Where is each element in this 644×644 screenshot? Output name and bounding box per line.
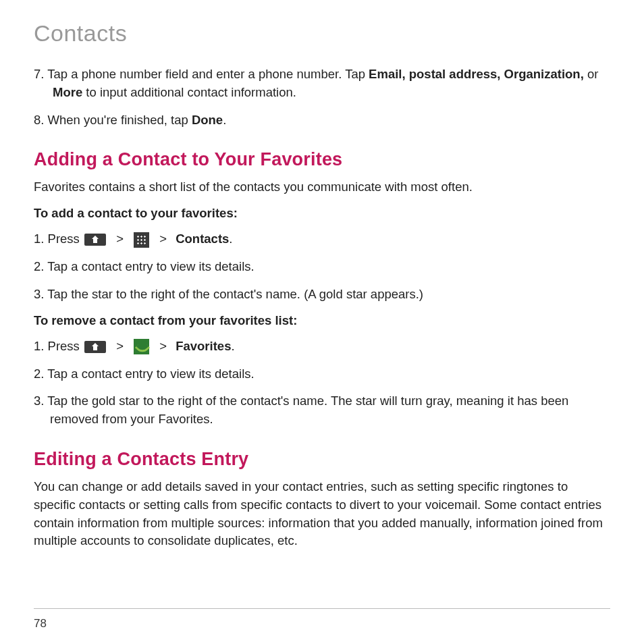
subheading-remove: To remove a contact from your favorites … xyxy=(34,313,610,328)
add-step-3: 3. Tap the star to the right of the cont… xyxy=(34,286,610,304)
intro-editing: You can change or add details saved in y… xyxy=(34,478,610,550)
apps-grid-icon xyxy=(134,232,149,248)
heading-adding-favorites: Adding a Contact to Your Favorites xyxy=(34,149,610,170)
page-divider xyxy=(34,608,610,609)
add-step-1: 1. Press > > Contacts. xyxy=(34,230,610,248)
step-7-bold-2: More xyxy=(53,85,82,99)
add-step-1-text-a: 1. Press xyxy=(34,232,83,246)
remove-step-1: 1. Press > > Favorites. xyxy=(34,338,610,356)
step-8: 8. When you're finished, tap Done. xyxy=(34,111,610,130)
step-7-text-c: or xyxy=(584,67,599,81)
phone-icon xyxy=(134,339,149,354)
remove-step-1-bold: Favorites xyxy=(176,339,231,353)
add-step-1-bold: Contacts xyxy=(176,232,229,246)
remove-step-3: 3. Tap the gold star to the right of the… xyxy=(34,392,610,429)
subheading-add: To add a contact to your favorites: xyxy=(34,206,610,221)
step-7: 7. Tap a phone number field and enter a … xyxy=(34,65,610,102)
step-8-bold: Done xyxy=(192,113,223,127)
heading-editing: Editing a Contacts Entry xyxy=(34,449,610,470)
add-step-2: 2. Tap a contact entry to view its detai… xyxy=(34,258,610,276)
step-7-text-d: to input additional contact information. xyxy=(82,85,296,99)
remove-step-1-text-a: 1. Press xyxy=(34,339,83,353)
intro-favorites: Favorites contains a short list of the c… xyxy=(34,178,610,196)
home-icon-2 xyxy=(84,341,106,353)
step-7-text-a: 7. Tap a phone number field and enter a … xyxy=(34,67,369,81)
chevron-right-4: > xyxy=(156,339,170,353)
home-icon xyxy=(84,234,106,246)
step-8-text-a: 8. When you're finished, tap xyxy=(34,113,192,127)
remove-step-2: 2. Tap a contact entry to view its detai… xyxy=(34,365,610,383)
chevron-right-2: > xyxy=(156,232,170,246)
step-8-text-c: . xyxy=(223,113,226,127)
step-7-bold-1: Email, postal address, Organization, xyxy=(369,67,584,81)
page-number: 78 xyxy=(34,617,47,630)
chevron-right-1: > xyxy=(113,232,127,246)
remove-step-1-dot: . xyxy=(231,339,234,353)
add-step-1-dot: . xyxy=(229,232,232,246)
chevron-right-3: > xyxy=(113,339,127,353)
page-title: Contacts xyxy=(34,20,610,47)
